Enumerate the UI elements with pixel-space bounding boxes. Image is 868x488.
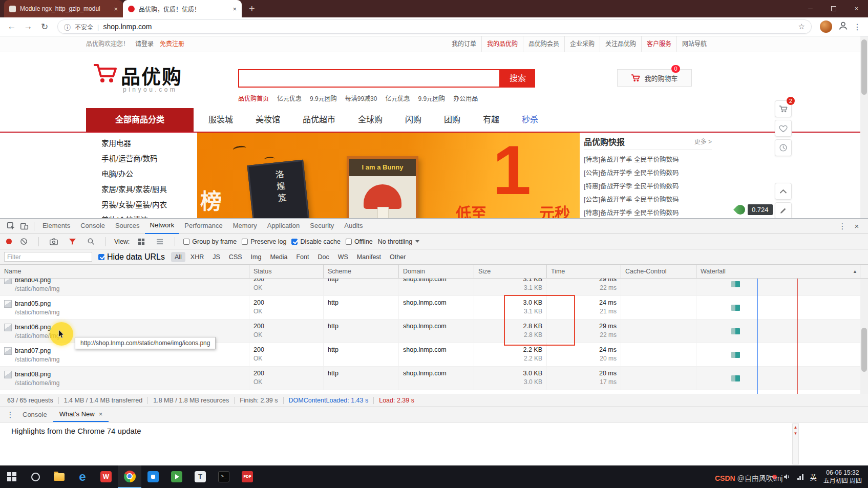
topbar-link[interactable]: 我的订单 <box>447 36 481 52</box>
search-button[interactable]: 搜索 <box>500 69 535 88</box>
wps-button[interactable]: W <box>94 465 118 488</box>
group-by-frame-checkbox[interactable]: Group by frame <box>183 238 237 245</box>
file-explorer-button[interactable] <box>47 465 71 488</box>
resource-type-filter[interactable]: XHR <box>187 252 207 262</box>
list-view-icon[interactable] <box>153 235 166 248</box>
news-item[interactable]: [公告]备战开学季 全民半价购数码 <box>584 166 712 180</box>
mail-app-button[interactable] <box>141 465 165 488</box>
resource-type-filter[interactable]: All <box>171 252 185 262</box>
throttling-select[interactable]: No throttling <box>378 238 419 245</box>
devtools-tab[interactable]: Security <box>305 219 339 234</box>
user-icon[interactable] <box>836 20 850 33</box>
bookmark-star-icon[interactable]: ☆ <box>798 22 805 31</box>
window-minimize-button[interactable]: ─ <box>799 0 822 17</box>
disable-cache-checkbox[interactable]: Disable cache <box>291 238 341 245</box>
hot-link[interactable]: 亿元优惠 <box>385 94 410 102</box>
scroll-up-icon[interactable]: ▲ <box>794 425 798 430</box>
category-item[interactable]: 电脑/办公 <box>86 166 194 182</box>
browser-tab-active[interactable]: 品优购，优质！优质！ × <box>123 0 242 17</box>
column-header-size[interactable]: Size <box>474 265 547 278</box>
feedback-button[interactable] <box>775 202 792 218</box>
pagespeed-widget[interactable]: 0.724 <box>735 204 773 215</box>
drawer-tab-console[interactable]: Console <box>16 408 53 422</box>
devtools-tab[interactable]: Network <box>145 219 180 234</box>
drawer-tab-close-icon[interactable]: × <box>99 408 103 421</box>
resource-type-filter[interactable]: Media <box>266 252 291 262</box>
column-header-cache-control[interactable]: Cache-Control <box>621 265 696 278</box>
cortana-search-button[interactable] <box>24 465 47 488</box>
back-to-top-button[interactable] <box>775 183 792 200</box>
checkbox-checked[interactable] <box>98 254 104 260</box>
terminal-button[interactable]: >_ <box>212 465 236 488</box>
search-input[interactable] <box>238 69 500 88</box>
profile-avatar[interactable] <box>820 20 832 33</box>
nav-item[interactable]: 全球购 <box>347 108 394 132</box>
nav-item[interactable]: 有趣 <box>472 108 511 132</box>
resource-type-filter[interactable]: Manifest <box>353 252 385 262</box>
nav-item[interactable]: 团购 <box>433 108 472 132</box>
category-item[interactable]: 家居/家具/家装/厨具 <box>86 182 194 197</box>
register-link[interactable]: 免费注册 <box>160 36 184 52</box>
topbar-link[interactable]: 企业采购 <box>564 36 600 52</box>
browser-menu-icon[interactable]: ⋮ <box>851 22 864 32</box>
hide-data-urls-checkbox[interactable]: Hide data URLs <box>98 252 165 262</box>
nav-item[interactable]: 品优超市 <box>291 108 347 132</box>
resource-type-filter[interactable]: JS <box>209 252 224 262</box>
resource-type-filter[interactable]: Other <box>386 252 409 262</box>
filter-icon[interactable] <box>66 235 79 248</box>
topbar-link[interactable]: 品优购会员 <box>523 36 564 52</box>
pdf-app-button[interactable]: PDF <box>236 465 259 488</box>
topbar-link[interactable]: 我的品优购 <box>481 36 523 52</box>
devtools-tab[interactable]: Elements <box>37 219 75 234</box>
devtools-tab[interactable]: Application <box>262 219 305 234</box>
news-item[interactable]: [公告]备战开学季 全民半价购数码 <box>584 193 712 206</box>
site-logo-title[interactable]: 品优购 <box>121 61 182 89</box>
favorites-button[interactable] <box>775 120 792 137</box>
tab-close-icon[interactable]: × <box>232 5 237 13</box>
preserve-log-checkbox[interactable]: Preserve log <box>242 238 286 245</box>
checkbox-checked[interactable] <box>291 239 298 245</box>
main-banner[interactable]: 榜 洛煌笈 I am a Bunny 低至 1 元秒 <box>197 133 580 218</box>
forward-button[interactable]: → <box>20 19 36 34</box>
resource-type-filter[interactable]: WS <box>334 252 352 262</box>
devtools-tab[interactable]: Memory <box>228 219 262 234</box>
devtools-tab[interactable]: Console <box>75 219 110 234</box>
start-button[interactable] <box>0 465 24 488</box>
devtools-tab[interactable]: Performance <box>179 219 227 234</box>
network-filter-input[interactable] <box>4 252 92 262</box>
scrollbar-thumb[interactable] <box>861 39 867 95</box>
offline-checkbox[interactable]: Offline <box>346 238 373 245</box>
checkbox[interactable] <box>242 239 248 245</box>
nav-item[interactable]: 服装城 <box>197 108 244 132</box>
network-icon[interactable] <box>797 474 803 480</box>
devtools-tab[interactable]: Audits <box>339 219 368 234</box>
network-request-row[interactable]: brand05.png /static/home/img 200OK http … <box>0 296 860 320</box>
devtools-close-icon[interactable]: × <box>851 222 863 230</box>
inspect-element-icon[interactable] <box>4 220 17 233</box>
hot-link[interactable]: 亿元优惠 <box>277 94 302 102</box>
hot-link[interactable]: 每满99减30 <box>345 94 377 102</box>
category-item[interactable]: 美妆/个护清洁 <box>86 213 194 218</box>
topbar-link[interactable]: 关注品优购 <box>600 36 641 52</box>
all-categories-button[interactable]: 全部商品分类 <box>86 108 194 132</box>
topbar-link[interactable]: 客户服务 <box>641 36 676 52</box>
drawer-tab-whats-new[interactable]: What's New × <box>53 408 109 422</box>
column-header-name[interactable]: Name <box>0 265 249 278</box>
nav-item[interactable]: 闪购 <box>394 108 433 132</box>
checkbox[interactable] <box>346 239 352 245</box>
scrollbar-thumb[interactable] <box>861 328 867 372</box>
info-icon[interactable]: ⓘ <box>64 22 71 32</box>
logo-cart-icon[interactable] <box>92 62 118 87</box>
checkbox[interactable] <box>183 239 189 245</box>
news-item[interactable]: [特惠]备战开学季 全民半价购数码 <box>584 206 712 218</box>
back-button[interactable]: ← <box>4 19 19 34</box>
column-header-domain[interactable]: Domain <box>399 265 474 278</box>
whats-new-scrollbar[interactable]: ▲ ▼ <box>792 423 799 464</box>
devtools-tab[interactable]: Sources <box>110 219 145 234</box>
chrome-button[interactable] <box>118 465 141 488</box>
column-header-time[interactable]: Time <box>547 265 621 278</box>
topbar-link[interactable]: 网站导航 <box>676 36 712 52</box>
nav-item[interactable]: 秒杀 <box>511 108 549 132</box>
device-toolbar-icon[interactable] <box>17 220 31 233</box>
news-item[interactable]: [特惠]备战开学季 全民半价购数码 <box>584 180 712 193</box>
